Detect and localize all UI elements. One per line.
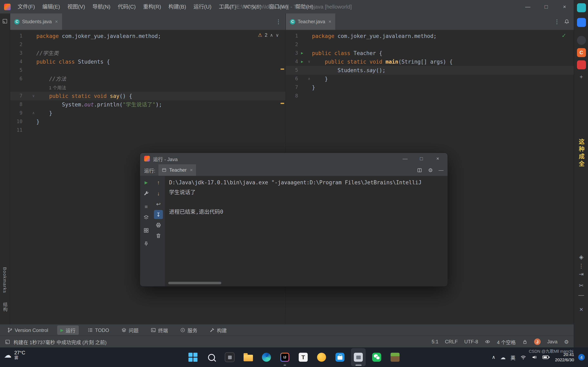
run-gutter-icon[interactable]: ▶ (298, 49, 306, 58)
user-avatar[interactable]: J (534, 338, 541, 345)
fold-icon[interactable]: ∨ (306, 58, 312, 66)
code-line[interactable]: 5 (10, 66, 285, 75)
taskbar-weather[interactable]: ☁ 27°C 雾 (4, 350, 25, 360)
menu-item-file[interactable]: 文件(F) (14, 0, 39, 13)
edit-configuration-wrench-icon[interactable] (142, 189, 151, 198)
search-button[interactable] (204, 348, 219, 366)
usages-inlay-hint[interactable]: 1 个用法 (36, 85, 66, 90)
menu-item-code[interactable]: 代码(C) (114, 0, 139, 13)
code-line[interactable]: 1package com.joker_yue.javalearn.method; (10, 32, 285, 40)
hide-icon[interactable]: — (439, 167, 443, 173)
notification-count-badge[interactable]: 4 (578, 354, 585, 360)
sidebar-minimize-icon[interactable]: — (579, 292, 584, 298)
line-separator[interactable]: CRLF (445, 339, 458, 345)
prev-problem-icon[interactable]: ∧ (270, 33, 273, 38)
start-button[interactable] (186, 348, 200, 366)
toolbtn-terminal[interactable]: 终端 (147, 325, 171, 335)
layout-icon[interactable] (142, 226, 151, 235)
code-line[interactable]: 2 (10, 40, 285, 49)
code-line[interactable]: 3//学生类 (10, 49, 285, 58)
caret-position[interactable]: 5:1 (432, 339, 438, 345)
inlay-hint-row[interactable]: 1 个用法 (10, 83, 285, 92)
tray-expand-icon[interactable]: ∧ (492, 354, 495, 360)
bookmarks-tool-button[interactable]: Bookmarks (2, 267, 7, 293)
code-line[interactable]: 7} (286, 83, 574, 92)
horizontal-scrollbar[interactable] (168, 282, 221, 284)
print-icon[interactable] (154, 221, 163, 230)
next-problem-icon[interactable]: ∨ (276, 33, 279, 38)
fold-icon[interactable]: ∨ (31, 92, 36, 100)
split-view-icon[interactable] (417, 167, 423, 173)
menu-item-view[interactable]: 视图(V) (64, 0, 89, 13)
code-line[interactable]: 5 Students.say(); (286, 66, 574, 75)
warning-stripe-mark[interactable] (281, 103, 284, 104)
code-line[interactable]: 9∧ } (10, 109, 285, 117)
onedrive-cloud-icon[interactable]: ☁ (501, 354, 506, 360)
warning-stripe-mark[interactable] (281, 68, 284, 70)
maximize-icon[interactable]: □ (537, 0, 555, 13)
toolbtn-run[interactable]: ▶ 运行 (57, 325, 79, 335)
menu-item-run[interactable]: 运行(U) (190, 0, 215, 13)
run-tab-teacher[interactable]: Teacher × (159, 164, 196, 176)
highlight-level-icon[interactable] (485, 339, 490, 345)
edge-button[interactable] (259, 348, 274, 366)
tab-students-java[interactable]: C Students.java × (10, 13, 62, 30)
tab-close-icon[interactable]: × (190, 167, 193, 173)
run-gutter-icon[interactable]: ▶ (298, 58, 306, 66)
status-message[interactable]: 构建在 1秒737毫秒 中成功完成 (片刻 之前) (13, 338, 107, 345)
amber-app-button[interactable] (314, 348, 329, 366)
intellij-taskbar-button[interactable]: IJ (277, 348, 292, 366)
tab-close-icon[interactable]: × (329, 19, 331, 25)
minecraft-button[interactable] (388, 348, 402, 366)
code-line[interactable]: 7∨ public static void say() { (10, 92, 285, 100)
widget-icon[interactable]: ◈ (579, 254, 584, 260)
fold-icon[interactable]: ∧ (306, 75, 312, 83)
minimize-icon[interactable]: — (397, 153, 413, 164)
close-icon[interactable]: × (555, 0, 574, 13)
code-line[interactable]: 2 (286, 40, 574, 49)
typora-button[interactable]: T (296, 348, 311, 366)
code-line[interactable]: 3▶public class Teacher { (286, 49, 574, 58)
run-console[interactable]: D:\Java\jdk-17.0.1\bin\java.exe "-javaag… (165, 176, 448, 286)
pin-icon[interactable] (142, 239, 151, 248)
indent-style[interactable]: 4 个空格 (497, 338, 516, 345)
toolbtn-problems[interactable]: 问题 (118, 325, 142, 335)
tab-teacher-java[interactable]: C Teacher.java × (286, 13, 336, 30)
sidebar-add-icon[interactable]: + (580, 73, 583, 80)
volume-icon[interactable] (531, 354, 537, 360)
scroll-to-end-icon[interactable]: ↧ (154, 210, 163, 219)
snipping-tool-button[interactable] (351, 348, 366, 366)
code-line[interactable]: 1package com.joker_yue.javalearn.method; (286, 32, 574, 40)
run-settings-gear-icon[interactable]: ⚙ (428, 167, 433, 173)
tab-options-icon[interactable]: ⋮ (272, 18, 285, 25)
sidebar-app-icon-3[interactable] (577, 36, 586, 45)
dump-threads-icon[interactable] (142, 213, 151, 222)
menu-item-edit[interactable]: 编辑(E) (39, 0, 64, 13)
menu-item-build[interactable]: 构建(B) (165, 0, 190, 13)
toolbtn-todo[interactable]: TODO (85, 326, 112, 334)
up-stack-icon[interactable]: ↑ (154, 178, 163, 187)
structure-tool-button[interactable]: 结构 (2, 302, 8, 312)
code-line[interactable]: 10} (10, 117, 285, 126)
notifications-bell-icon[interactable] (564, 19, 574, 25)
sidebar-close-icon[interactable]: × (579, 306, 583, 313)
sidebar-app-icon-2[interactable] (577, 18, 586, 27)
soft-wrap-icon[interactable]: ↩ (154, 200, 163, 208)
toolbtn-build[interactable]: 构建 (207, 325, 230, 335)
read-only-lock-icon[interactable] (522, 339, 527, 344)
ime-indicator[interactable]: 英 (511, 354, 516, 361)
code-line[interactable]: 4▶∨ public static void main(String[] arg… (286, 58, 574, 66)
close-icon[interactable]: × (430, 153, 446, 164)
ms-store-button[interactable] (333, 348, 347, 366)
sidebar-collapse-icon[interactable]: ⇥ (579, 271, 584, 277)
rerun-button[interactable]: ▶ (142, 178, 151, 187)
down-stack-icon[interactable]: ↓ (154, 189, 163, 198)
toolbtn-services[interactable]: 服务 (177, 325, 201, 335)
run-window-titlebar[interactable]: 运行 - Java — □ × (140, 153, 448, 164)
toolbtn-version-control[interactable]: Version Control (4, 326, 52, 334)
language-label[interactable]: Java (547, 339, 558, 345)
tab-options-icon[interactable]: ⋮ (550, 18, 564, 25)
maximize-icon[interactable]: □ (413, 153, 430, 164)
settings-gear-icon[interactable]: ⚙ (564, 339, 569, 345)
project-tool-icon[interactable] (2, 18, 8, 24)
